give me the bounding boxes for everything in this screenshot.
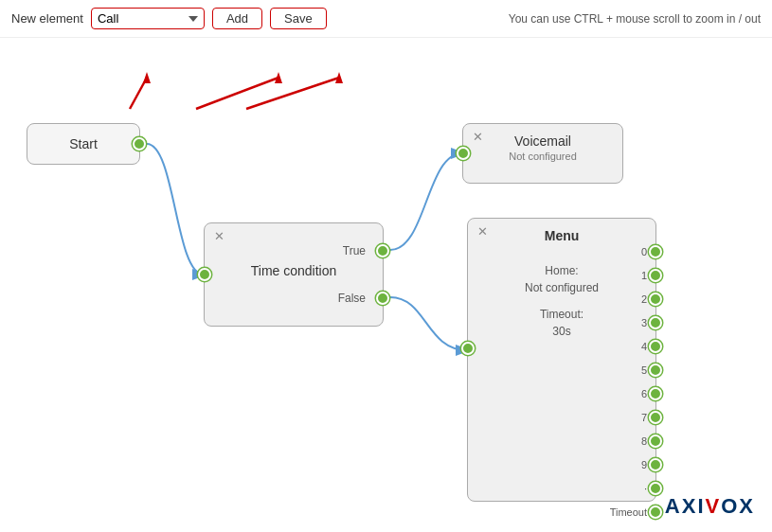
axivox-branding: AXIVOX	[665, 494, 755, 519]
menu-port-8[interactable]: 8	[610, 429, 662, 452]
time-condition-false-connector[interactable]	[376, 292, 389, 305]
voicemail-input-connector[interactable]	[457, 147, 470, 160]
menu-input-connector[interactable]	[461, 342, 475, 355]
menu-port-5[interactable]: 5	[610, 358, 662, 381]
time-condition-close-icon[interactable]: ✕	[214, 229, 224, 243]
menu-port-connector-7[interactable]	[649, 411, 662, 424]
save-button[interactable]: Save	[270, 8, 327, 29]
svg-line-4	[246, 78, 339, 109]
voicemail-node[interactable]: ✕ Voicemail Not configured	[462, 123, 623, 184]
canvas: Start ✕ True Time condition False ✕ Voic…	[0, 38, 772, 530]
menu-port-1[interactable]: 1	[610, 263, 662, 287]
menu-port-label-4: 4	[641, 341, 647, 352]
branding-accent: V	[706, 494, 722, 518]
voicemail-subtitle: Not configured	[463, 151, 622, 162]
start-node[interactable]: Start	[27, 123, 140, 165]
time-condition-title: Time condition	[205, 263, 383, 278]
menu-port-label-6: 6	[641, 388, 647, 399]
menu-port-connector-3[interactable]	[649, 316, 662, 329]
menu-port-label-2: 2	[641, 293, 647, 305]
menu-port-connector-9[interactable]	[649, 458, 662, 471]
menu-port-9[interactable]: 9	[610, 452, 662, 476]
menu-port-connector-4[interactable]	[649, 340, 662, 353]
time-condition-false-output: False	[338, 292, 383, 305]
menu-port-connector-star[interactable]	[649, 482, 662, 495]
time-condition-true-output: True	[343, 244, 383, 257]
menu-port-connector-timeout[interactable]	[649, 505, 662, 519]
element-type-select[interactable]: Call Voicemail Menu Time condition IVR	[91, 8, 205, 29]
menu-port-6[interactable]: 6	[610, 381, 662, 405]
menu-port-label-0: 0	[641, 246, 647, 257]
menu-port-connector-8[interactable]	[649, 434, 662, 448]
svg-line-0	[130, 78, 147, 109]
start-output-connector[interactable]	[133, 137, 146, 151]
menu-port-connector-0[interactable]	[649, 245, 662, 258]
menu-node[interactable]: ✕ Menu Home: Not configured Timeout: 30s…	[467, 218, 656, 502]
menu-port-0[interactable]: 0	[610, 239, 662, 263]
menu-port-label-9: 9	[641, 459, 647, 470]
menu-port-connector-6[interactable]	[649, 387, 662, 400]
toolbar: New element Call Voicemail Menu Time con…	[0, 0, 772, 38]
time-condition-true-connector[interactable]	[376, 244, 389, 257]
menu-port-label-5: 5	[641, 364, 647, 376]
menu-port-label-3: 3	[641, 317, 647, 328]
menu-close-icon[interactable]: ✕	[477, 224, 488, 239]
menu-port-7[interactable]: 7	[610, 405, 662, 429]
menu-port-4[interactable]: 4	[610, 334, 662, 358]
menu-port-connector-2[interactable]	[649, 293, 662, 306]
svg-marker-3	[275, 72, 282, 83]
menu-port-connector-1[interactable]	[649, 269, 662, 282]
menu-port-label-star: ·	[644, 483, 647, 494]
voicemail-title: Voicemail	[463, 133, 622, 149]
svg-marker-1	[143, 72, 151, 83]
menu-port-timeout[interactable]: Timeout	[610, 500, 662, 523]
menu-ports: 0 1 2 3 4 5 6	[610, 239, 662, 523]
menu-port-label-1: 1	[641, 270, 647, 281]
menu-port-label-timeout: Timeout	[610, 506, 647, 518]
add-button[interactable]: Add	[212, 8, 262, 29]
false-label: False	[338, 292, 366, 305]
menu-port-label-7: 7	[641, 412, 647, 423]
svg-line-2	[196, 78, 278, 109]
start-label: Start	[69, 136, 98, 151]
menu-port-connector-5[interactable]	[649, 364, 662, 377]
menu-port-3[interactable]: 3	[610, 310, 662, 334]
new-element-label: New element	[11, 11, 83, 26]
zoom-hint: You can use CTRL + mouse scroll to zoom …	[509, 12, 761, 26]
true-label: True	[343, 244, 366, 257]
menu-port-2[interactable]: 2	[610, 287, 662, 310]
menu-port-star[interactable]: ·	[610, 476, 662, 500]
voicemail-close-icon[interactable]: ✕	[473, 130, 483, 144]
svg-marker-5	[335, 72, 343, 83]
time-condition-node[interactable]: ✕ True Time condition False	[204, 222, 384, 327]
menu-port-label-8: 8	[641, 435, 647, 447]
